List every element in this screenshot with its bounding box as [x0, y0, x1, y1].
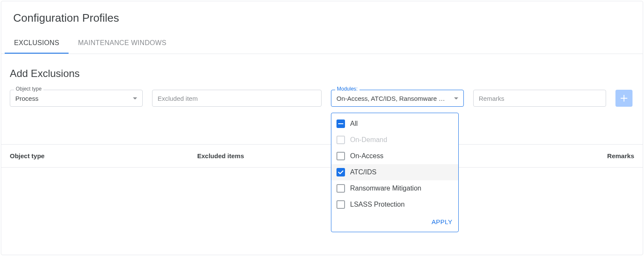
tabs: EXCLUSIONS MAINTENANCE WINDOWS — [1, 33, 643, 54]
modules-option-atc-ids[interactable]: ATC/IDS — [331, 164, 458, 180]
option-label: On-Demand — [350, 136, 387, 144]
checkbox-icon — [336, 184, 345, 193]
tab-maintenance-windows[interactable]: MAINTENANCE WINDOWS — [69, 33, 175, 54]
object-type-value: Process — [15, 95, 129, 102]
chevron-down-icon — [454, 97, 458, 100]
modules-select[interactable]: On-Access, ATC/IDS, Ransomware … — [331, 90, 464, 107]
dropdown-footer: APPLY — [331, 213, 458, 232]
object-type-select[interactable]: Process — [10, 90, 143, 107]
checkbox-indeterminate-icon — [336, 119, 345, 128]
checkbox-icon — [336, 136, 345, 144]
modules-option-all[interactable]: All — [331, 116, 458, 132]
modules-field: Modules: On-Access, ATC/IDS, Ransomware … — [331, 90, 464, 107]
option-label: ATC/IDS — [350, 168, 377, 176]
excluded-item-field: Excluded item — [152, 90, 322, 107]
form-row: Object type Process Excluded item Module… — [1, 90, 643, 107]
remarks-field: Remarks — [473, 90, 606, 107]
modules-option-on-demand: On-Demand — [331, 132, 458, 148]
modules-label: Modules: — [335, 86, 359, 92]
remarks-input[interactable]: Remarks — [473, 90, 606, 107]
modules-option-lsass[interactable]: LSASS Protection — [331, 196, 458, 213]
section-title: Add Exclusions — [1, 54, 643, 90]
add-button[interactable] — [615, 90, 632, 107]
modules-option-on-access[interactable]: On-Access — [331, 148, 458, 164]
plus-icon — [620, 94, 628, 102]
modules-dropdown: All On-Demand On-Access ATC/IDS — [331, 113, 459, 232]
object-type-label: Object type — [14, 86, 43, 92]
checkbox-icon — [336, 200, 345, 209]
checkbox-checked-icon — [336, 168, 345, 176]
option-label: LSASS Protection — [350, 201, 405, 208]
modules-option-ransomware[interactable]: Ransomware Mitigation — [331, 180, 458, 196]
apply-button[interactable]: APPLY — [431, 218, 452, 225]
option-label: All — [350, 120, 358, 128]
page-title: Configuration Profiles — [1, 1, 643, 33]
tab-exclusions[interactable]: EXCLUSIONS — [5, 33, 69, 54]
object-type-field: Object type Process — [10, 90, 143, 107]
excluded-item-placeholder: Excluded item — [158, 95, 198, 102]
option-label: Ransomware Mitigation — [350, 185, 421, 192]
col-remarks: Remarks — [575, 152, 634, 159]
col-object-type: Object type — [10, 152, 197, 159]
page-container: Configuration Profiles EXCLUSIONS MAINTE… — [1, 1, 643, 255]
table-header: Object type Excluded items Remarks — [1, 145, 643, 167]
modules-value: On-Access, ATC/IDS, Ransomware … — [336, 95, 451, 102]
exclusions-table: Object type Excluded items Remarks — [1, 144, 643, 168]
remarks-placeholder: Remarks — [479, 95, 504, 102]
chevron-down-icon — [133, 97, 137, 100]
excluded-item-input[interactable]: Excluded item — [152, 90, 322, 107]
checkbox-icon — [336, 152, 345, 160]
option-label: On-Access — [350, 152, 383, 160]
